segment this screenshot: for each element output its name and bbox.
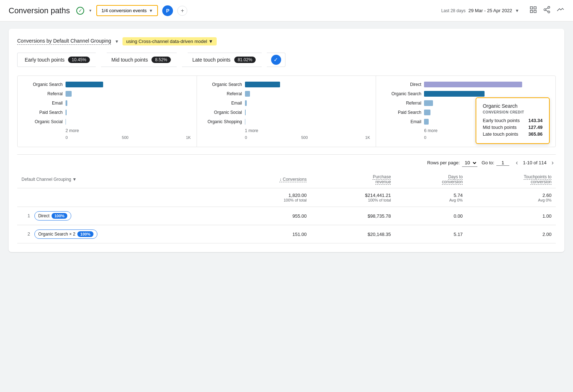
- status-check-icon: ✓: [76, 7, 84, 15]
- tooltip: Organic Search CONVERSION CREDIT Early t…: [476, 97, 550, 144]
- col-header-channel[interactable]: Default Channel Grouping ▼: [17, 171, 223, 188]
- mid-more-link[interactable]: 1 more: [245, 128, 370, 133]
- svg-point-4: [548, 6, 550, 9]
- next-page-button[interactable]: ›: [549, 158, 556, 167]
- share-icon[interactable]: [543, 6, 551, 15]
- totals-conversions: 1,820.00 100% of total: [223, 188, 311, 207]
- trend-icon[interactable]: [557, 6, 564, 15]
- svg-rect-0: [530, 7, 533, 9]
- main-content: Conversions by Default Channel Grouping …: [0, 21, 573, 259]
- chart-row-referral-early: Referral: [23, 91, 191, 97]
- row2-days: 5.17: [395, 225, 467, 243]
- grouping-dropdown-arrow[interactable]: ▼: [115, 39, 119, 44]
- date-range-arrow: ▼: [515, 8, 519, 13]
- card-header: Conversions by Default Channel Grouping …: [17, 37, 556, 45]
- label-organic-shopping-mid: Organic Shopping: [203, 119, 242, 124]
- row1-channel: 1 Direct 100%: [17, 207, 223, 225]
- avatar[interactable]: P: [162, 5, 173, 16]
- svg-rect-2: [530, 10, 533, 13]
- col-header-touchpoints-label: Touchpoints toconversion: [524, 174, 552, 184]
- table-row: 2 Organic Search × 2 100% 151.00 $20,148…: [17, 225, 556, 243]
- row1-revenue: $98,735.78: [311, 207, 395, 225]
- tooltip-row-late: Late touch points 365.86: [483, 131, 543, 137]
- bar-referral-mid: [245, 91, 370, 97]
- bar-direct-late: [424, 82, 550, 87]
- chart-row-direct-late: Direct: [382, 82, 550, 87]
- bar-fill-organic-search-early: [66, 82, 103, 87]
- tooltip-val-late: 365.86: [528, 131, 543, 137]
- bar-fill-direct-late: [424, 82, 522, 87]
- row2-conversions: 151.00: [223, 225, 311, 243]
- bar-organic-search-early: [66, 82, 191, 87]
- model-arrow: ▼: [208, 39, 213, 44]
- title-dropdown-arrow[interactable]: ▼: [88, 9, 92, 13]
- page-header: Conversion paths ✓ ▼ 1/4 conversion even…: [0, 0, 573, 21]
- goto-label: Go to:: [482, 160, 494, 165]
- tooltip-row-mid: Mid touch points 127.49: [483, 125, 543, 130]
- touch-point-confirm[interactable]: ✓: [267, 53, 285, 67]
- tooltip-val-early: 143.34: [528, 118, 543, 123]
- col-header-revenue-label: Purchaserevenue: [373, 174, 391, 184]
- bar-fill-referral-early: [66, 91, 72, 97]
- col-header-conversions-label: ↓ Conversions: [279, 177, 307, 182]
- row2-touchpoints: 2.00: [467, 225, 556, 243]
- col-header-days[interactable]: Days toconversion: [395, 171, 467, 188]
- tooltip-label-early: Early touch points: [483, 118, 520, 123]
- model-badge[interactable]: using Cross-channel data-driven model ▼: [122, 37, 217, 45]
- charts-container: Organic Search Referral Email: [17, 76, 556, 147]
- label-organic-search-early: Organic Search: [23, 82, 63, 87]
- rows-per-page-select[interactable]: 10 25 50: [462, 159, 477, 167]
- chart-row-organic-social-mid: Organic Social: [203, 110, 370, 115]
- tooltip-label-late: Late touch points: [483, 131, 518, 137]
- early-more-link[interactable]: 2 more: [66, 128, 191, 133]
- row2-channel-tag[interactable]: Organic Search × 2 100%: [34, 229, 97, 239]
- bar-fill-organic-social-mid: [245, 110, 246, 115]
- bar-fill-referral-late: [424, 100, 433, 106]
- svg-point-5: [544, 9, 546, 11]
- bar-organic-social-early: [66, 119, 191, 125]
- add-button[interactable]: +: [177, 6, 187, 16]
- row1-channel-tag[interactable]: Direct 100%: [34, 211, 71, 221]
- svg-rect-3: [534, 10, 536, 13]
- row2-channel: 2 Organic Search × 2 100%: [17, 225, 223, 243]
- conversion-events-button[interactable]: 1/4 conversion events ▼: [96, 5, 158, 16]
- bar-fill-email-early: [66, 100, 67, 106]
- header-icons: [529, 6, 564, 15]
- table-controls: Rows per page: 10 25 50 Go to: ‹ 1-10 of…: [17, 154, 556, 171]
- bar-organic-social-mid: [245, 110, 370, 115]
- goto-input[interactable]: [496, 160, 509, 166]
- col-header-touchpoints[interactable]: Touchpoints toconversion: [467, 171, 556, 188]
- early-touch-point[interactable]: Early touch points 10.45%: [17, 53, 101, 67]
- mid-touch-point[interactable]: Mid touch points 8.52%: [101, 53, 182, 67]
- model-label: using Cross-channel data-driven model: [126, 39, 207, 44]
- row1-num: 1: [21, 213, 30, 218]
- mid-axis: 0 500 1K: [245, 135, 370, 144]
- row2-channel-badge: 100%: [77, 231, 93, 237]
- chart-icon[interactable]: [529, 6, 537, 15]
- bar-organic-search-late: [424, 91, 550, 97]
- col-header-channel-arrow[interactable]: ▼: [72, 177, 77, 182]
- row1-touchpoints: 1.00: [467, 207, 556, 225]
- tooltip-label-mid: Mid touch points: [483, 125, 517, 130]
- col-header-revenue[interactable]: Purchaserevenue: [311, 171, 395, 188]
- chart-row-organic-search-late: Organic Search: [382, 91, 550, 97]
- bar-email-mid: [245, 100, 370, 106]
- pagination-nav: ‹ 1-10 of 114 ›: [514, 158, 556, 167]
- bar-paid-search-early: [66, 110, 191, 115]
- svg-line-8: [546, 8, 548, 9]
- bar-email-early: [66, 100, 191, 106]
- bar-organic-shopping-mid: [245, 119, 370, 125]
- bar-fill-organic-social-early: [66, 119, 66, 125]
- early-chart: Organic Search Referral Email: [18, 76, 197, 147]
- row1-channel-name: Direct: [38, 213, 49, 218]
- col-header-conversions[interactable]: ↓ Conversions: [223, 171, 311, 188]
- pagination-info: 1-10 of 114: [523, 160, 546, 165]
- late-touch-point[interactable]: Late touch points 81.02%: [182, 53, 267, 67]
- row1-conversions: 955.00: [223, 207, 311, 225]
- grouping-label[interactable]: Conversions by Default Channel Grouping: [17, 38, 111, 45]
- bar-fill-organic-search-mid: [245, 82, 280, 87]
- rows-per-page-control: Rows per page: 10 25 50: [427, 159, 477, 167]
- date-range-selector[interactable]: Last 28 days 29 Mar - 25 Apr 2022 ▼: [441, 8, 519, 13]
- prev-page-button[interactable]: ‹: [514, 158, 520, 167]
- bar-fill-email-mid: [245, 100, 247, 106]
